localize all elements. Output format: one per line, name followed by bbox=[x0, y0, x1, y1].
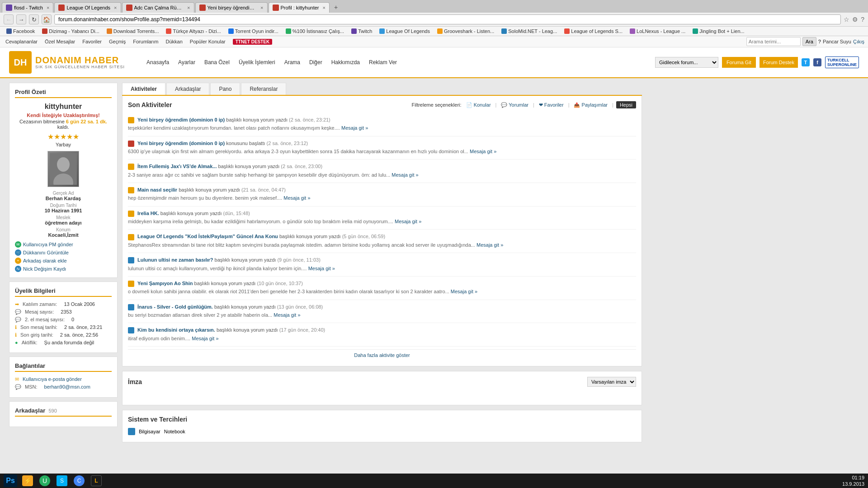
settings-icon[interactable]: ⚙ bbox=[852, 16, 858, 23]
tab-referanslar[interactable]: Referanslar bbox=[241, 83, 286, 95]
bookmark-lols[interactable]: League of Legends S... bbox=[561, 28, 625, 35]
address-bar[interactable] bbox=[54, 14, 841, 24]
svg-point-1 bbox=[57, 157, 70, 172]
nav-ayarlar[interactable]: Ayarlar bbox=[175, 57, 199, 67]
tab-close-flosd[interactable]: × bbox=[47, 5, 49, 10]
tab-adc[interactable]: Adc Can Çalma Rünleri × bbox=[122, 2, 194, 13]
logout-button[interactable]: Çıkış bbox=[853, 39, 864, 44]
home-button[interactable]: 🏠 bbox=[42, 14, 52, 24]
tab-close-yeni[interactable]: × bbox=[260, 5, 263, 10]
tab-arkadaslar[interactable]: Arkadaşlar bbox=[166, 83, 209, 95]
activity-topic-link[interactable]: Main nasıl seçilir bbox=[137, 187, 177, 192]
tab-profil[interactable]: Profil : kittyhunter × bbox=[269, 2, 330, 13]
activity-topic-link[interactable]: İnarus - Silver - Gold günlüğüm. bbox=[137, 304, 213, 310]
bookmark-facebook[interactable]: Facebook bbox=[4, 28, 38, 35]
toolbar-gecmis[interactable]: Geçmiş bbox=[107, 38, 127, 45]
katilim-val: 13 Ocak 2006 bbox=[64, 301, 95, 307]
tab-close-adc[interactable]: × bbox=[187, 5, 190, 10]
activity-topic-link[interactable]: Yeni Şampıyon Ao Shin bbox=[137, 281, 193, 286]
tab-yeni[interactable]: Yeni birşey öğrendim (do... × bbox=[195, 2, 268, 13]
show-more-button[interactable]: Daha fazla aktivite göster bbox=[128, 349, 636, 361]
action-shop[interactable]: 🛒 Dükkanını Görüntüle bbox=[15, 249, 112, 256]
bookmark-download[interactable]: Download Torrents... bbox=[104, 28, 162, 35]
tab-pano[interactable]: Pano bbox=[210, 83, 240, 95]
action-nick[interactable]: N Nick Değişim Kaydı bbox=[15, 266, 112, 272]
nav-diger[interactable]: Diğer bbox=[306, 57, 326, 67]
tab-lol[interactable]: League Of Legends × bbox=[54, 2, 121, 13]
forward-button[interactable]: → bbox=[16, 14, 26, 24]
bookmark-turkce[interactable]: Türkçe Altyazı - Dizi... bbox=[163, 28, 223, 35]
email-link[interactable]: Kullanıcıya e-posta gönder bbox=[23, 376, 82, 382]
new-tab-button[interactable]: + bbox=[330, 2, 341, 13]
tab-close-lol[interactable]: × bbox=[114, 5, 117, 10]
nav-anasayfa[interactable]: Anasayfa bbox=[143, 57, 173, 67]
activity-more-link[interactable]: Mesaja git » bbox=[192, 336, 218, 341]
reload-button[interactable]: ↻ bbox=[29, 14, 39, 24]
bookmark-dizimag[interactable]: Dizimag - Yabancı Di... bbox=[39, 28, 102, 35]
nav-bana-ozel[interactable]: Bana Özel bbox=[201, 57, 233, 67]
toolbar-ozel-mesajlar[interactable]: Özel Mesajlar bbox=[43, 38, 77, 45]
activity-time: (5 gün önce, 06:59) bbox=[342, 234, 385, 239]
filter-favoriler[interactable]: ❤ Favoriler bbox=[537, 102, 566, 108]
activity-more-link[interactable]: Mesaja git » bbox=[392, 172, 418, 178]
back-button[interactable]: ← bbox=[4, 14, 14, 24]
search-input[interactable] bbox=[746, 37, 801, 46]
twitter-icon[interactable]: T bbox=[802, 58, 810, 66]
bookmark-torrent[interactable]: Torrent Oyun indir... bbox=[226, 28, 281, 35]
activity-more-link[interactable]: Mesaja git » bbox=[451, 289, 477, 294]
bookmark-grooveshark[interactable]: Grooveshark - Listen... bbox=[434, 28, 497, 35]
toolbar-populer[interactable]: Popüler Konular bbox=[188, 38, 227, 45]
dh-logo[interactable]: DH DONANIM HABER SIK SIK GÜNCELLEnen hab… bbox=[9, 51, 125, 74]
toolbar-dukkan[interactable]: Dükkan bbox=[164, 38, 184, 45]
tab-close-profil[interactable]: × bbox=[323, 5, 326, 10]
bookmark-twitch[interactable]: Twitch bbox=[349, 28, 375, 35]
activity-more-link[interactable]: Mesaja git » bbox=[470, 149, 496, 154]
bookmark-yuz[interactable]: %100 İstisnasız Çalış... bbox=[283, 28, 347, 35]
activity-topic-link[interactable]: İtem Fullemiş Jax'ı VS'de Almak... bbox=[137, 164, 217, 169]
bookmark-jingling[interactable]: Jingling Bot + Lien... bbox=[690, 28, 747, 35]
bookmark-icon[interactable]: ☆ bbox=[844, 16, 849, 23]
filter-konular[interactable]: 📄 Konular bbox=[464, 102, 493, 108]
activity-topic-link[interactable]: Yeni birşey öğrendim (dominion 0 ip) bbox=[137, 141, 225, 146]
toolbar-ttnet[interactable]: TTNET DESTEK bbox=[231, 38, 274, 46]
toolbar-favoriler[interactable]: Favoriler bbox=[80, 38, 104, 45]
activity-more-link[interactable]: Mesaja git » bbox=[395, 219, 421, 224]
toolbar-forumlarm[interactable]: Forumlarım bbox=[131, 38, 160, 45]
activity-more-link[interactable]: Mesaja git » bbox=[341, 125, 368, 131]
activity-topic-link[interactable]: League Of Legends "Kod İstek/Paylaşım" G… bbox=[137, 234, 278, 239]
forum-go-button[interactable]: Foruma Git bbox=[722, 57, 756, 68]
filter-yorumlar[interactable]: 💬 Yorumlar bbox=[499, 102, 530, 108]
bookmark-lolnexus[interactable]: LoLNexus - League ... bbox=[627, 28, 688, 35]
bookmark-solomid[interactable]: SoloMid.NET - Leag... bbox=[499, 28, 560, 35]
msn-val[interactable]: berhan90@msn.com bbox=[44, 384, 90, 389]
bookmark-lol[interactable]: League Of Legends bbox=[377, 28, 433, 35]
activity-more-link[interactable]: Mesaja git » bbox=[308, 266, 335, 271]
filter-paylasimlar[interactable]: 📤 Paylaşımlar bbox=[572, 102, 609, 108]
forum-support-button[interactable]: Forum Destek bbox=[760, 57, 798, 68]
tab-aktiviteler[interactable]: Aktiviteler bbox=[122, 83, 165, 95]
action-pm[interactable]: ✉ Kullanıcıya PM gönder bbox=[15, 241, 112, 248]
activity-more-link[interactable]: Mesaja git » bbox=[283, 195, 310, 201]
search-button[interactable]: Ara bbox=[802, 37, 816, 46]
nav-reklam[interactable]: Reklam Ver bbox=[365, 57, 401, 67]
activity-more-link[interactable]: Mesaja git » bbox=[274, 312, 300, 318]
activity-item: İnarus - Silver - Gold günlüğüm. başlıkl… bbox=[128, 300, 636, 324]
filter-hepsi[interactable]: Hepsi bbox=[616, 101, 636, 108]
tab-flosd[interactable]: flosd - Twitch × bbox=[2, 2, 53, 13]
forum-select[interactable]: Gidilecek forum... bbox=[655, 57, 718, 68]
facebook-icon[interactable]: f bbox=[813, 58, 821, 66]
son-giris-icon: ℹ bbox=[15, 332, 17, 338]
activity-topic-link[interactable]: Irelia HK. bbox=[137, 211, 159, 216]
imza-select[interactable]: Varsayılan imza bbox=[587, 377, 636, 387]
nav-arama[interactable]: Arama bbox=[281, 57, 304, 67]
activity-topic-link[interactable]: Yeni birşey öğrendim (dominion 0 ip) bbox=[137, 117, 225, 122]
question-icon[interactable]: ? bbox=[861, 16, 864, 23]
action-friend[interactable]: + Arkadaş olarak ekle bbox=[15, 258, 112, 264]
activity-more-link[interactable]: Mesaja git » bbox=[476, 242, 503, 248]
toolbar-cevaplananlar[interactable]: Cevaplananlar bbox=[4, 38, 39, 45]
activity-topic-link[interactable]: Lulunun ultisi ne zaman basılır? bbox=[137, 257, 213, 263]
nav-uyelik[interactable]: Üyelik İşlemleri bbox=[235, 57, 279, 67]
activity-topic-link[interactable]: Kim bu kendisini ortaya çıkarsın. bbox=[137, 327, 215, 333]
bookmarks-bar: Facebook Dizimag - Yabancı Di... Downloa… bbox=[0, 27, 868, 36]
nav-hakkimizda[interactable]: Hakkımızda bbox=[328, 57, 363, 67]
